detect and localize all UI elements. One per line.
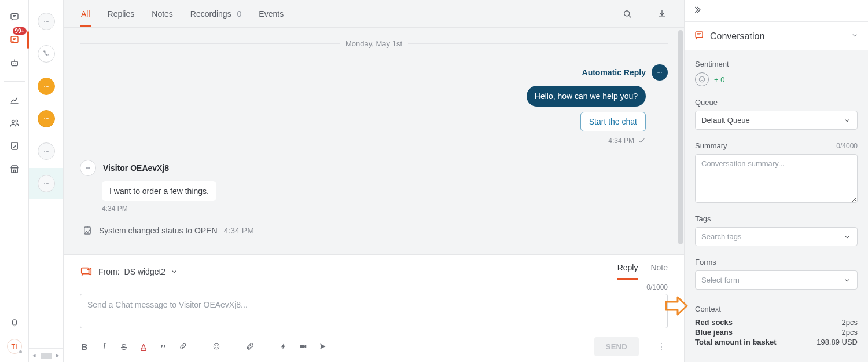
svg-point-8 — [46, 21, 47, 22]
bots-icon[interactable] — [8, 57, 21, 70]
message-bubble: I want to order a few things. — [102, 181, 216, 201]
bot-avatar-icon — [652, 64, 668, 81]
tab-all[interactable]: All — [80, 2, 91, 26]
search-icon[interactable] — [621, 8, 633, 20]
link-icon[interactable] — [178, 342, 187, 351]
conversation-item-selected[interactable] — [29, 168, 63, 199]
conversation-list-pager: ◂ ▸ — [29, 348, 63, 362]
conversation-item-active[interactable] — [38, 78, 55, 95]
sentiment-label: Sentiment — [695, 60, 858, 68]
date-separator: Monday, May 1st — [80, 39, 668, 48]
text-color-icon[interactable]: A — [139, 342, 148, 351]
composer-tab-note[interactable]: Note — [650, 263, 668, 280]
pager-next-icon[interactable]: ▸ — [54, 352, 62, 359]
svg-point-17 — [46, 151, 47, 152]
video-icon[interactable] — [299, 342, 308, 351]
reports-icon[interactable] — [8, 140, 21, 152]
svg-point-24 — [659, 72, 660, 73]
conversation-item-active[interactable] — [38, 110, 55, 127]
summary-label: Summary — [695, 141, 727, 150]
conversation-item[interactable] — [38, 142, 55, 160]
send-more-icon[interactable]: ⋮ — [654, 337, 668, 356]
svg-point-20 — [46, 183, 47, 184]
details-section-header[interactable]: Conversation — [685, 22, 868, 50]
notifications-icon[interactable] — [8, 316, 21, 328]
forms-select[interactable]: Select form — [695, 270, 858, 290]
analytics-icon[interactable] — [8, 93, 21, 106]
conversations-icon[interactable]: 99+ — [8, 34, 21, 46]
download-icon[interactable] — [656, 8, 668, 20]
tags-label: Tags — [695, 214, 858, 223]
svg-point-34 — [699, 76, 704, 82]
tab-notes[interactable]: Notes — [150, 2, 174, 26]
sentiment-face-icon — [695, 72, 709, 86]
svg-point-15 — [47, 118, 48, 119]
tab-recordings-label: Recordings — [190, 9, 231, 19]
strike-icon[interactable]: S — [119, 342, 128, 351]
composer-tab-reply[interactable]: Reply — [617, 263, 638, 280]
context-val: 2pcs — [842, 318, 858, 327]
pager-scroll[interactable] — [41, 353, 52, 359]
conversation-item[interactable] — [38, 13, 55, 30]
svg-point-26 — [86, 167, 87, 169]
message-incoming: Visitor OEAevXj8 I want to order a few t… — [80, 160, 668, 213]
send-button[interactable]: SEND — [594, 337, 639, 356]
italic-icon[interactable]: I — [100, 342, 109, 351]
contacts-icon[interactable] — [8, 116, 21, 129]
inbox-icon[interactable] — [8, 10, 21, 23]
context-label: Context — [695, 305, 858, 313]
send-later-icon[interactable] — [318, 342, 328, 351]
svg-rect-32 — [300, 345, 304, 348]
conversation-icon — [694, 30, 704, 43]
from-selector[interactable]: From: DS widget2 — [98, 267, 178, 276]
composer-toolbar: B I S A SEND ⋮ — [80, 331, 668, 356]
details-section-title: Conversation — [710, 31, 845, 42]
quote-icon[interactable] — [159, 342, 168, 351]
context-val: 2pcs — [842, 328, 858, 337]
conversation-item-phone[interactable] — [38, 45, 55, 63]
storefront-icon[interactable] — [8, 163, 21, 175]
context-key: Total amount in basket — [695, 338, 777, 346]
tags-select[interactable]: Search tags — [695, 227, 858, 246]
chevron-down-icon — [843, 233, 851, 241]
visitor-avatar-icon — [80, 160, 96, 176]
system-event: System changed status to OPEN 4:34 PM — [82, 225, 668, 236]
svg-rect-0 — [11, 14, 18, 19]
chevron-down-icon — [843, 276, 851, 284]
svg-point-14 — [46, 118, 47, 119]
bold-icon[interactable]: B — [80, 342, 89, 351]
queue-select[interactable]: Default Queue — [695, 111, 858, 130]
emoji-icon[interactable] — [212, 342, 221, 351]
tab-recordings-count: 0 — [237, 9, 242, 19]
channel-icon — [80, 265, 93, 278]
quick-reply-icon[interactable] — [279, 342, 288, 351]
tab-replies[interactable]: Replies — [106, 2, 136, 26]
message-time: 4:34 PM — [102, 204, 668, 213]
tab-recordings[interactable]: Recordings 0 — [189, 2, 243, 26]
forms-label: Forms — [695, 258, 858, 266]
date-separator-text: Monday, May 1st — [345, 39, 402, 48]
thread-tabs: All Replies Notes Recordings 0 Events — [64, 0, 684, 28]
svg-point-10 — [44, 86, 45, 87]
composer-input[interactable] — [80, 294, 668, 328]
svg-rect-30 — [82, 268, 89, 273]
sentiment-value: + 0 — [714, 75, 724, 84]
summary-placeholder: Conversation summary... — [701, 159, 785, 168]
rail-separator — [4, 81, 25, 82]
start-chat-button[interactable]: Start the chat — [580, 112, 646, 131]
svg-point-16 — [44, 151, 45, 152]
collapse-panel-icon[interactable] — [692, 5, 702, 17]
scrollbar[interactable] — [678, 28, 684, 254]
attachment-icon[interactable] — [245, 342, 255, 351]
svg-point-28 — [89, 167, 90, 169]
svg-point-7 — [44, 21, 45, 22]
context-val: 198.89 USD — [816, 338, 858, 346]
svg-point-13 — [44, 118, 45, 119]
summary-input[interactable]: Conversation summary... — [695, 154, 858, 203]
tab-events[interactable]: Events — [258, 2, 285, 26]
forms-placeholder: Select form — [701, 276, 740, 284]
user-avatar[interactable]: TI — [7, 339, 22, 354]
svg-point-27 — [87, 167, 89, 169]
delivered-check-icon — [638, 137, 646, 145]
pager-prev-icon[interactable]: ◂ — [30, 352, 38, 359]
